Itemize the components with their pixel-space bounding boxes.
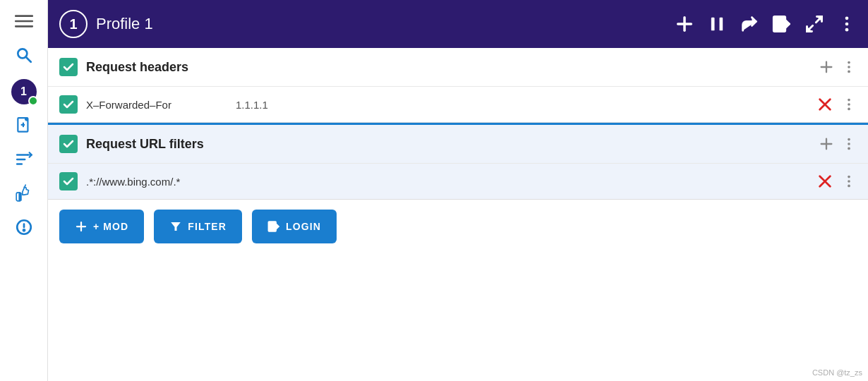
request-url-filters-header: Request URL filters — [48, 125, 868, 163]
profile-number[interactable]: 1 — [11, 79, 37, 104]
search-icon[interactable] — [8, 40, 40, 71]
svg-rect-0 — [15, 15, 33, 17]
request-headers-checkbox[interactable] — [59, 58, 78, 76]
svg-rect-22 — [720, 18, 723, 31]
expand-button[interactable] — [804, 14, 824, 34]
mod-button[interactable]: + MOD — [59, 210, 144, 243]
login-button[interactable]: LOGIN — [252, 210, 337, 243]
new-document-icon[interactable] — [8, 110, 40, 141]
svg-point-39 — [848, 108, 850, 111]
svg-rect-15 — [18, 193, 21, 201]
pause-button[interactable] — [707, 14, 727, 34]
svg-point-29 — [845, 28, 849, 32]
add-filter-button[interactable] — [819, 136, 834, 152]
sort-icon[interactable] — [8, 144, 40, 175]
url-filters-section-menu-button[interactable] — [841, 136, 857, 152]
request-headers-title: Request headers — [86, 60, 810, 75]
svg-rect-2 — [15, 25, 33, 28]
svg-point-28 — [845, 23, 849, 26]
svg-line-4 — [25, 57, 30, 62]
url-rule-menu-button[interactable] — [841, 174, 857, 189]
rule-menu-button[interactable] — [841, 97, 857, 112]
delete-rule-button[interactable] — [817, 97, 833, 112]
filter-button[interactable]: FILTER — [154, 210, 242, 243]
header-profile-number: 1 — [59, 10, 88, 38]
request-url-filters-section: Request URL filters .*://www.bing.com/.* — [48, 125, 868, 200]
svg-point-44 — [848, 147, 850, 150]
header-bar: 1 Profile 1 — [48, 0, 868, 48]
svg-point-32 — [848, 61, 850, 64]
content-area: Request headers X–Forwarded–For 1.1.1.1 — [48, 48, 868, 381]
login-to-profile-button[interactable] — [772, 14, 792, 34]
svg-point-43 — [848, 143, 850, 145]
header-actions — [675, 14, 857, 34]
rule-key: X–Forwarded–For — [86, 99, 227, 111]
svg-point-18 — [23, 229, 24, 231]
request-headers-actions — [819, 59, 857, 75]
sidebar: 1 — [0, 0, 48, 381]
url-filters-actions — [819, 136, 857, 152]
bottom-bar: + MOD FILTER LOGIN — [48, 200, 868, 253]
url-filter-rule-row: .*://www.bing.com/.* — [48, 163, 868, 199]
thumbs-up-icon[interactable] — [8, 178, 40, 209]
svg-rect-21 — [711, 18, 715, 31]
rule-checkbox[interactable] — [59, 95, 78, 114]
bottom-icon[interactable] — [8, 212, 40, 243]
header-rule-row: X–Forwarded–For 1.1.1.1 — [48, 86, 868, 122]
svg-point-27 — [845, 17, 849, 20]
online-dot — [28, 96, 38, 106]
svg-point-49 — [848, 185, 850, 188]
url-rule-checkbox[interactable] — [59, 172, 78, 190]
svg-marker-52 — [171, 222, 181, 231]
rule-value: 1.1.1.1 — [236, 99, 809, 111]
svg-point-42 — [848, 138, 850, 141]
url-filter-value: .*://www.bing.com/.* — [86, 176, 809, 188]
menu-icon[interactable] — [8, 6, 40, 37]
main-panel: 1 Profile 1 — [48, 0, 868, 381]
url-filters-title: Request URL filters — [86, 137, 810, 152]
svg-point-33 — [848, 66, 850, 68]
svg-point-34 — [848, 71, 850, 73]
svg-point-47 — [848, 176, 850, 179]
svg-point-38 — [848, 103, 850, 106]
watermark: CSDN @tz_zs — [812, 368, 862, 377]
request-headers-section: Request headers X–Forwarded–For 1.1.1.1 — [48, 48, 868, 123]
more-menu-button[interactable] — [837, 14, 857, 34]
add-button[interactable] — [675, 14, 694, 34]
header-title: Profile 1 — [96, 15, 666, 33]
profile-sidebar[interactable]: 1 — [8, 76, 40, 107]
svg-rect-1 — [15, 20, 33, 23]
share-button[interactable] — [740, 14, 759, 34]
svg-point-48 — [848, 180, 850, 183]
header-section-menu-button[interactable] — [841, 59, 857, 75]
delete-url-filter-button[interactable] — [817, 174, 833, 189]
svg-point-37 — [848, 99, 850, 102]
add-header-button[interactable] — [819, 59, 834, 75]
request-headers-header: Request headers — [48, 48, 868, 86]
url-filters-checkbox[interactable] — [59, 135, 78, 153]
